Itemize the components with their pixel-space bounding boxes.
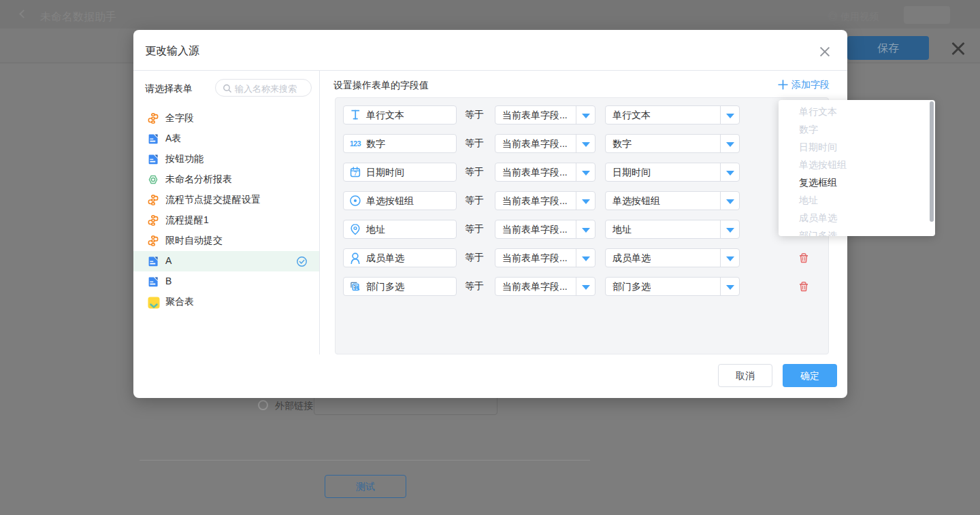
svg-text:123: 123: [350, 139, 361, 148]
svg-text:7: 7: [354, 170, 357, 177]
